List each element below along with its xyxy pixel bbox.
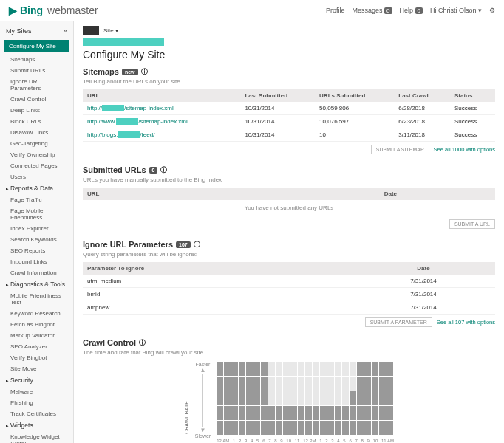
sidebar-item[interactable]: Widgets bbox=[0, 419, 73, 431]
sidebar-item[interactable]: Block URLs bbox=[0, 116, 73, 127]
sidebar-item[interactable]: Disavow Links bbox=[0, 127, 73, 138]
sidebar-item[interactable]: Ignore URL Parameters bbox=[0, 76, 73, 94]
sidebar-item[interactable]: Verify Bingbot bbox=[0, 352, 73, 363]
svg-rect-33 bbox=[261, 406, 268, 420]
messages-link[interactable]: Messages 0 bbox=[353, 7, 392, 14]
col: Status bbox=[450, 89, 495, 102]
info-icon[interactable] bbox=[160, 165, 167, 175]
table-row[interactable]: http://www.xxxxxxx/sitemap-index.xml10/3… bbox=[83, 115, 495, 128]
svg-rect-101 bbox=[364, 377, 371, 391]
sidebar-item[interactable]: Crawl Information bbox=[0, 267, 73, 278]
svg-rect-5 bbox=[224, 362, 231, 376]
sidebar-item[interactable]: Index Explorer bbox=[0, 223, 73, 234]
submit-url-button[interactable]: SUBMIT A URL bbox=[449, 219, 495, 229]
svg-rect-103 bbox=[364, 406, 371, 420]
svg-rect-91 bbox=[350, 377, 356, 391]
sidebar-item[interactable]: Configure My Site bbox=[4, 40, 69, 52]
profile-link[interactable]: Profile bbox=[326, 7, 345, 14]
svg-rect-26 bbox=[253, 377, 260, 391]
sidebar-item[interactable]: Track Certificates bbox=[0, 408, 73, 419]
gear-icon[interactable]: ⚙ bbox=[489, 7, 495, 14]
svg-rect-13 bbox=[231, 406, 238, 420]
svg-rect-27 bbox=[253, 391, 260, 405]
submit-param-button[interactable]: SUBMIT A PARAMETER bbox=[365, 317, 432, 327]
app-header: ▶ Bing webmaster Profile Messages 0 Help… bbox=[0, 0, 504, 21]
params-sub: Query string parameters that will be ign… bbox=[83, 251, 495, 258]
sidebar-item[interactable]: Page Mobile Friendliness bbox=[0, 205, 73, 223]
svg-rect-79 bbox=[327, 421, 334, 435]
table-row[interactable]: utm_medium7/31/2014 bbox=[83, 275, 495, 288]
sidebar-item[interactable]: Reports & Data bbox=[0, 182, 73, 194]
sidebar-item[interactable]: Search Keywords bbox=[0, 234, 73, 245]
sidebar-item[interactable]: Knowledge Widget (Beta) bbox=[0, 431, 73, 443]
sidebar-item[interactable]: SEO Analyzer bbox=[0, 341, 73, 352]
crawl-grid[interactable] bbox=[217, 362, 394, 436]
sidebar-item[interactable]: Connected Pages bbox=[0, 160, 73, 171]
table-row[interactable]: bmid7/31/2014 bbox=[83, 288, 495, 301]
sidebar-item[interactable]: Submit URLs bbox=[0, 65, 73, 76]
submit-sitemap-button[interactable]: SUBMIT A SITEMAP bbox=[371, 145, 429, 154]
svg-rect-58 bbox=[298, 406, 304, 420]
sidebar-item[interactable]: Sitemaps bbox=[0, 54, 73, 65]
sidebar-item[interactable]: Fetch as Bingbot bbox=[0, 319, 73, 330]
svg-rect-55 bbox=[298, 362, 304, 376]
site-menu[interactable]: Site ▾ bbox=[103, 27, 118, 34]
info-icon[interactable] bbox=[139, 337, 146, 348]
messages-badge: 0 bbox=[384, 7, 392, 14]
col-date: Date bbox=[286, 188, 495, 200]
svg-rect-119 bbox=[386, 421, 393, 435]
sidebar-item[interactable]: Page Traffic bbox=[0, 194, 73, 205]
svg-rect-118 bbox=[386, 406, 393, 420]
sidebar-item[interactable]: Crawl Control bbox=[0, 94, 73, 105]
table-row[interactable]: ampnew7/31/2014 bbox=[83, 301, 495, 315]
svg-rect-45 bbox=[283, 362, 290, 376]
info-icon[interactable] bbox=[194, 239, 200, 250]
svg-rect-41 bbox=[276, 377, 282, 391]
sitemaps-sub: Tell Bing about the URLs on your site. bbox=[83, 78, 495, 85]
sidebar-heading[interactable]: My Sites « bbox=[0, 24, 73, 38]
svg-rect-68 bbox=[313, 406, 319, 420]
svg-rect-20 bbox=[246, 362, 253, 376]
sidebar-item[interactable]: Phishing bbox=[0, 397, 73, 408]
sitemap-url[interactable]: http://blogs.xxxxxxx/feed/ bbox=[83, 128, 240, 142]
sidebar-item[interactable]: Users bbox=[0, 171, 73, 182]
collapse-icon[interactable]: « bbox=[64, 27, 67, 35]
sidebar-item[interactable]: SEO Reports bbox=[0, 245, 73, 256]
crawl-section: Crawl Control The time and rate that Bin… bbox=[83, 337, 495, 443]
logo[interactable]: ▶ Bing webmaster bbox=[9, 4, 98, 16]
sitemap-url[interactable]: http://www.xxxxxxx/sitemap-index.xml bbox=[83, 115, 240, 128]
help-link[interactable]: Help 0 bbox=[400, 7, 423, 14]
see-all-params[interactable]: See all 107 with options bbox=[437, 319, 495, 326]
svg-rect-93 bbox=[350, 406, 356, 420]
sidebar-item[interactable]: Site Move bbox=[0, 363, 73, 374]
sidebar-item[interactable]: Markup Validator bbox=[0, 330, 73, 341]
svg-rect-62 bbox=[305, 391, 312, 405]
site-thumb bbox=[83, 26, 99, 35]
sidebar-item[interactable]: Geo-Targeting bbox=[0, 138, 73, 149]
sidebar-item[interactable]: Keyword Research bbox=[0, 308, 73, 319]
svg-rect-6 bbox=[224, 377, 231, 391]
sitemap-url[interactable]: http://xxxxxxx/sitemap-index.xml bbox=[83, 102, 240, 115]
sidebar-item[interactable]: Malware bbox=[0, 386, 73, 397]
sidebar-item[interactable]: Deep Links bbox=[0, 105, 73, 116]
svg-rect-95 bbox=[357, 362, 364, 376]
table-row[interactable]: http://xxxxxxx/sitemap-index.xml10/31/20… bbox=[83, 102, 495, 115]
col-param: Parameter To Ignore bbox=[83, 262, 352, 275]
sidebar-item[interactable]: Mobile Friendliness Test bbox=[0, 290, 73, 308]
svg-rect-47 bbox=[283, 391, 290, 405]
sidebar-item[interactable]: Verify Ownership bbox=[0, 149, 73, 160]
x-ticks: 12 AM123456789101112 PM1234567891011 AM bbox=[217, 439, 394, 443]
user-menu[interactable]: Hi Christi Olson ▾ bbox=[430, 7, 482, 14]
info-icon[interactable] bbox=[141, 66, 148, 77]
svg-rect-1 bbox=[217, 377, 223, 391]
sitemaps-heading: Sitemaps bbox=[83, 67, 119, 76]
sidebar-item[interactable]: Diagnostics & Tools bbox=[0, 278, 73, 290]
y-axis-label: CRAWL RATE bbox=[184, 401, 189, 434]
sidebar-item[interactable]: Security bbox=[0, 374, 73, 386]
table-row[interactable]: http://blogs.xxxxxxx/feed/10/31/2014103/… bbox=[83, 128, 495, 142]
svg-rect-90 bbox=[350, 362, 356, 376]
svg-rect-107 bbox=[372, 391, 378, 405]
sidebar-item[interactable]: Inbound Links bbox=[0, 256, 73, 267]
svg-rect-76 bbox=[327, 377, 334, 391]
see-all-sitemaps[interactable]: See all 1000 with options bbox=[434, 146, 495, 153]
